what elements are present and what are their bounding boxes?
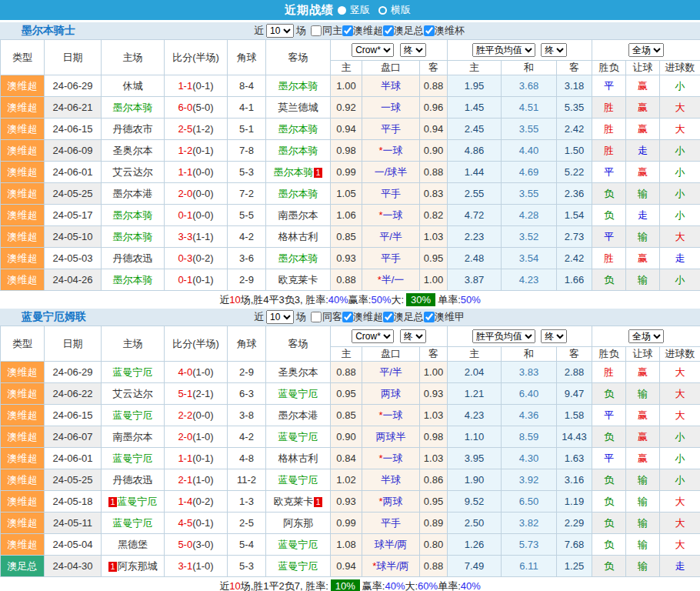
half-time-score: (1-2) [192,123,213,135]
col-score: 比分(半场) [165,40,228,75]
layout-radio-vertical-icon[interactable] [338,6,346,15]
score-cell: 3-1(1-0) [165,556,228,577]
avg-time-select[interactable]: 终 [541,43,567,57]
league-type-badge: 澳维超 [1,469,45,491]
sub-away-odds: 客 [420,347,448,362]
avg-type-select[interactable]: 胜平负均值 [472,329,535,343]
league-checkbox[interactable] [424,25,435,36]
handicap-value: 一球 [383,145,403,156]
match-date: 24-06-29 [45,75,102,97]
home-team-cell: 1蓝曼宁厄 [102,491,165,513]
handicap-value: 半球 [381,80,401,92]
match-row: 澳足总24-04-301阿东那城3-1(1-0)5-3蓝曼宁厄0.94*球半/两… [1,556,700,577]
same-venue-checkbox[interactable] [311,312,322,322]
result-cell: 负 [592,513,626,534]
summary-segment: 单率: [438,293,461,307]
away-odds: 0.93 [420,383,448,405]
summary-segment: 40% [385,580,405,591]
full-time-score: 1-1 [178,166,192,178]
handicap-cell: 半球 [362,469,420,491]
handicap-value: 平/半 [379,366,402,378]
odds-time-select[interactable]: 终 [400,43,426,57]
away-team-name: 墨尔本骑 [278,123,318,135]
games-count-select[interactable]: 10 [266,24,294,38]
scope-select[interactable]: 全场 [628,43,664,57]
score-cell: 0-1(0-0) [165,205,228,226]
away-team-cell: 格林古利 [266,448,331,469]
full-time-score: 2-0 [178,431,192,442]
filter-controls: 近 10 场 同客 澳维超澳足总澳维甲 [254,310,465,325]
away-team-cell: 蓝曼宁厄 [266,426,331,448]
summary-segment: 40% [461,580,481,591]
goals-result-cell: 大 [660,119,700,140]
layout-option-horizontal[interactable]: 横版 [391,3,411,17]
league-checkbox[interactable] [342,25,353,36]
away-team-name: 南墨尔本 [278,209,318,221]
odds-company-select[interactable]: Crow* [352,43,394,57]
league-label: 澳足总 [394,24,424,38]
match-row: 澳维超24-05-03丹德农迅0-3(0-2)3-6墨尔本骑0.93平手0.95… [1,248,700,269]
goals-result-cell: 小 [660,205,700,226]
layout-option-vertical[interactable]: 竖版 [350,3,370,17]
avg-away-odds: 2.42 [557,248,592,269]
match-row: 澳维超24-06-15丹德农市2-5(1-2)5-1墨尔本骑0.94平手0.94… [1,119,700,140]
corner-count: 1-3 [228,491,266,513]
avg-draw-odds: 6.50 [502,491,557,513]
result-cell: 平 [592,448,626,469]
home-team-cell: 丹德农迅 [102,248,165,269]
away-odds: 0.88 [420,75,448,97]
scope-select[interactable]: 全场 [628,329,664,343]
league-checkbox[interactable] [424,312,435,322]
league-filter: 澳足总 [383,24,424,38]
league-type-badge: 澳维超 [1,75,45,97]
full-time-score: 1-1 [178,80,192,92]
sub-avg-draw: 和 [502,61,557,75]
full-time-score: 4-5 [178,517,192,529]
away-odds: 0.96 [420,97,448,119]
league-checkbox[interactable] [383,312,394,322]
league-type-badge: 澳维超 [1,513,45,534]
odds-company-select[interactable]: Crow* [352,329,394,343]
avg-time-select[interactable]: 终 [541,329,567,343]
avg-away-odds: 2.88 [557,362,592,383]
handicap-result-cell: 输 [626,269,660,291]
half-time-score: (1-0) [192,474,213,486]
half-time-score: (1-1) [192,231,213,242]
league-type-badge: 澳维超 [1,205,45,226]
handicap-cell: 两球半 [362,426,420,448]
odds-time-select[interactable]: 终 [400,329,426,343]
away-team-cell: 墨尔本骑 [266,248,331,269]
layout-radio-horizontal-icon[interactable] [378,6,387,15]
score-cell: 0-3(0-2) [165,248,228,269]
col-date: 日期 [45,40,102,75]
match-date: 24-04-30 [45,556,102,577]
handicap-cell: 平手 [362,513,420,534]
corner-count: 6-3 [228,383,266,405]
result-cell: 胜 [592,119,626,140]
home-odds: 0.92 [331,97,362,119]
games-count-select[interactable]: 10 [266,310,294,324]
avg-away-odds: 5.22 [557,162,592,183]
match-date: 24-05-11 [45,513,102,534]
league-type-badge: 澳维超 [1,426,45,448]
league-type-badge: 澳维超 [1,140,45,162]
home-odds: 1.05 [331,183,362,205]
avg-type-select[interactable]: 胜平负均值 [472,43,535,57]
home-team-name: 圣奥尔本 [113,145,153,156]
avg-draw-odds: 3.55 [502,183,557,205]
away-odds: 1.03 [420,448,448,469]
away-odds: 0.95 [420,248,448,269]
league-type-badge: 澳维超 [1,226,45,248]
note-badge: 1 [314,497,322,507]
result-cell: 平 [592,405,626,426]
same-venue-filter: 同主 [306,24,342,38]
same-venue-checkbox[interactable] [311,25,322,36]
avg-home-odds: 2.04 [448,362,502,383]
league-checkbox[interactable] [383,25,394,36]
handicap-cell: 平手 [362,119,420,140]
handicap-result-cell: 赢 [626,75,660,97]
half-time-score: (0-1) [192,517,213,529]
away-team-cell: 蓝曼宁厄 [266,383,331,405]
league-checkbox[interactable] [342,312,353,322]
avg-away-odds: 3.18 [557,75,592,97]
